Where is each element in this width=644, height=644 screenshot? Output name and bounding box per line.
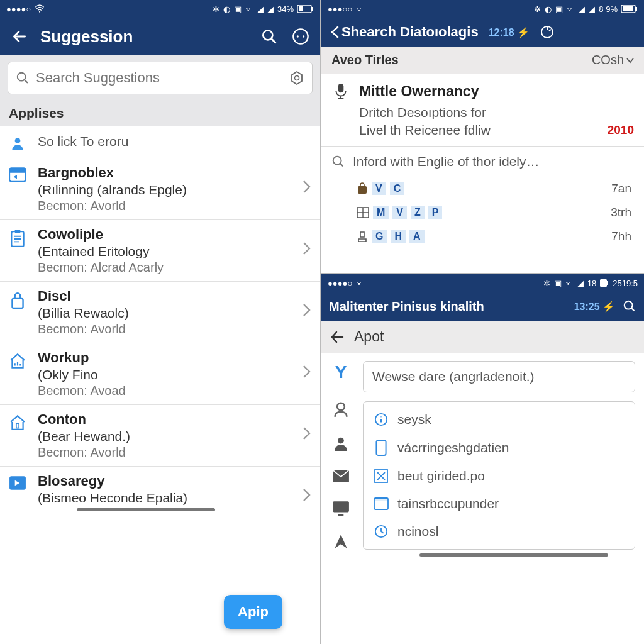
search-text: Inford with Englie of thor idely…: [353, 154, 539, 169]
chevron-right-icon: [303, 288, 311, 317]
item-sub: (Billia Rewaolc): [38, 306, 294, 321]
list-item[interactable]: Conton (Bear Hewand.) Becmon: Avorld: [0, 405, 320, 467]
search-row[interactable]: Inford with Englie of thor idely…: [321, 147, 644, 177]
item-sub: (Rılinning (alrands Epgle): [38, 182, 294, 197]
back-button[interactable]: [9, 26, 30, 47]
dots-icon: ●●●○○: [328, 4, 352, 14]
chevron-right-icon: [303, 473, 311, 502]
svg-point-6: [297, 35, 299, 37]
mini-row[interactable]: MVZP 3trh: [321, 201, 644, 225]
fab-button[interactable]: Apip: [224, 595, 282, 629]
card-desc: Dritch Desoıptions forLivel th Reicenee …: [359, 104, 634, 140]
sort-dropdown[interactable]: COsh: [592, 53, 634, 67]
signal-icon: ◢: [577, 279, 584, 288]
item-sub: (Bear Hewand.): [38, 429, 294, 444]
item-meta: Becmon: Avorld: [38, 445, 294, 460]
scroll-indicator: [77, 508, 215, 511]
y-icon[interactable]: Y: [335, 362, 347, 382]
options-card: seysk vácrringeshgdatien beut girided.po…: [363, 401, 635, 550]
item-meta: Becmon: Avorld: [38, 322, 294, 336]
svg-rect-19: [635, 7, 637, 11]
svg-rect-26: [600, 279, 607, 287]
status-bar: ●●●○○ ᯤ ✲ ◐ ▣ ᯤ ◢ ◢ 8 9%: [321, 0, 644, 18]
phone-right-top: ●●●○○ ᯤ ✲ ◐ ▣ ᯤ ◢ ◢ 8 9% Shearch Diato: [321, 0, 644, 274]
main-panel: Wewse dare (angrladenoit.) seysk vácrrin…: [360, 353, 644, 644]
grid-icon: [357, 207, 369, 218]
mini-row[interactable]: GHA 7hh: [321, 225, 644, 248]
text-input[interactable]: Wewse dare (angrladenoit.): [363, 361, 635, 392]
option-item[interactable]: beut girided.po: [364, 462, 635, 490]
mini-row[interactable]: VC 7an: [321, 177, 644, 201]
refresh-button[interactable]: [540, 25, 555, 40]
page-title: Suggession: [40, 27, 248, 47]
svg-point-7: [303, 35, 304, 37]
battery-icon: [621, 5, 638, 13]
result-card[interactable]: Mittle Owernancy Dritch Desoıptions forL…: [321, 74, 644, 147]
search-button[interactable]: [258, 26, 280, 47]
item-title: Conton: [38, 411, 294, 428]
list-item[interactable]: So lick To eroru: [0, 126, 320, 158]
svg-point-10: [15, 138, 21, 143]
list-item[interactable]: Bargnoblex (Rılinning (alrands Epgle) Be…: [0, 158, 320, 220]
time-badge: 12:18 ⚡: [489, 26, 530, 38]
chevron-right-icon: [303, 350, 311, 379]
item-sub: (Bismeo Heconde Epalia): [38, 491, 294, 506]
person-icon[interactable]: [333, 435, 349, 452]
hex-icon[interactable]: [289, 70, 304, 86]
svg-rect-3: [299, 6, 303, 11]
svg-point-0: [39, 11, 40, 13]
dots-icon: ●●●●○: [6, 4, 31, 14]
video-icon: [6, 473, 29, 491]
time-text: 2519:5: [613, 279, 638, 288]
phone-left: ●●●●○ ✲ ◐ ▣ ᯤ ◢ ◢ 34% Suggession: [0, 0, 321, 644]
mini-right: 7an: [611, 182, 631, 196]
svg-point-9: [295, 76, 299, 80]
option-item[interactable]: vácrringeshgdatien: [364, 433, 635, 462]
search-button[interactable]: [623, 299, 636, 313]
mic-icon: [331, 83, 350, 140]
search-field[interactable]: [36, 70, 283, 86]
svg-rect-36: [374, 498, 388, 501]
svg-rect-31: [333, 501, 349, 512]
signal-icon: ◢: [267, 4, 274, 14]
list-item[interactable]: Blosaregy (Bismeo Heconde Epalia): [0, 467, 320, 518]
signal-icon: ◢: [589, 4, 595, 14]
side-rail: Y: [321, 353, 360, 644]
mail-icon[interactable]: [332, 469, 350, 483]
home-key-icon: [6, 411, 29, 431]
x-box-icon: [374, 469, 389, 483]
status-bar: ●●●●○ ᯤ ✲ ▣ ᯤ ◢ 18 2519:5: [321, 274, 644, 292]
bag-icon: [357, 182, 368, 195]
option-item[interactable]: ncinosl: [364, 518, 635, 545]
person-circle-icon[interactable]: [332, 400, 350, 418]
time-badge: 13:25 ⚡: [574, 301, 615, 313]
battery-text: 34%: [277, 4, 294, 14]
chevron-right-icon: [303, 411, 311, 440]
svg-rect-14: [15, 230, 21, 233]
back-button[interactable]: [330, 330, 345, 344]
wifi-icon: ᯤ: [245, 4, 253, 14]
option-item[interactable]: tainsrbccupunder: [364, 490, 635, 518]
svg-point-29: [337, 403, 345, 411]
svg-rect-2: [311, 7, 313, 11]
clock-icon: [374, 525, 389, 538]
list-item[interactable]: Cowoliple (Entained Eritology Becmon: Al…: [0, 220, 320, 282]
search-input[interactable]: [8, 62, 313, 94]
wifi-icon: [35, 4, 45, 13]
page-title: Malitenter Pinisus kinalith: [329, 299, 484, 314]
svg-rect-20: [623, 6, 633, 11]
mini-right: 7hh: [611, 230, 631, 243]
list-item[interactable]: Discl (Billia Rewaolc) Becmon: Avorld: [0, 282, 320, 343]
item-text: So lick To eroru: [38, 134, 311, 149]
item-title: Workup: [38, 350, 294, 366]
more-button[interactable]: [290, 26, 311, 47]
app-bar: Malitenter Pinisus kinalith 13:25 ⚡: [321, 292, 644, 321]
send-icon[interactable]: [333, 533, 349, 550]
list-item[interactable]: Workup (Okly Fino Becmon: Avoad: [0, 343, 320, 405]
status-bar: ●●●●○ ✲ ◐ ▣ ᯤ ◢ ◢ 34%: [0, 0, 320, 18]
option-item[interactable]: seysk: [364, 406, 635, 433]
suggestion-list: So lick To eroru Bargnoblex (Rılinning (…: [0, 126, 320, 644]
back-button[interactable]: Shearch Diatoıolagis: [330, 24, 479, 40]
monitor-icon[interactable]: [332, 501, 350, 516]
svg-rect-27: [607, 281, 608, 285]
